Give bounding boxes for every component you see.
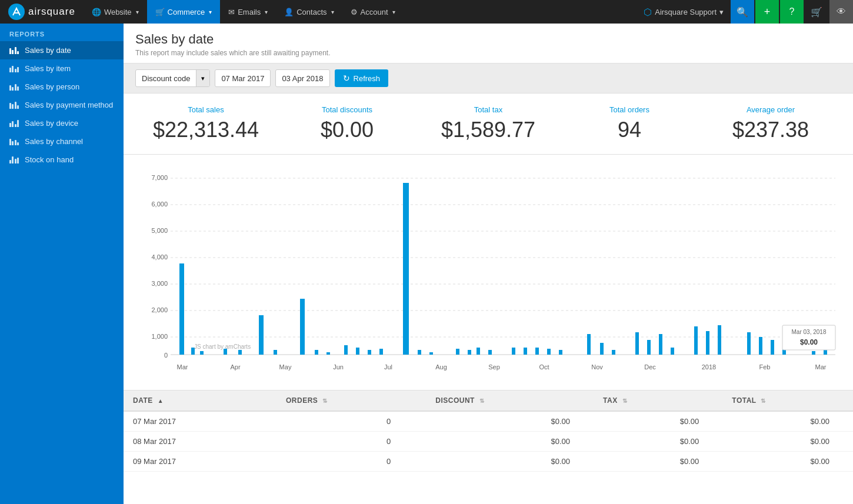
date-from-input[interactable]: 07 Mar 2017 (215, 69, 271, 87)
app-name: airsquare (28, 6, 75, 18)
bar-chart-icon (9, 47, 19, 54)
chevron-down-icon: ▾ (331, 9, 334, 15)
svg-rect-34 (456, 349, 459, 355)
nav-item-contacts[interactable]: 👤 Contacts ▾ (276, 0, 342, 24)
discount-code-select[interactable]: Discount code ▾ (135, 69, 210, 87)
svg-text:1,000: 1,000 (151, 333, 168, 340)
col-orders[interactable]: ORDERS ⇅ (276, 390, 426, 411)
svg-rect-43 (587, 334, 591, 355)
table-row: 09 Mar 2017 0 $0.00 $0.00 $0.00 (124, 452, 853, 472)
sidebar-item-sales-by-date[interactable]: Sales by date (0, 41, 124, 59)
svg-rect-29 (368, 350, 371, 355)
stat-total-tax: Total tax $1,589.77 (418, 105, 559, 142)
help-button[interactable]: ? (780, 0, 804, 24)
svg-rect-23 (274, 350, 277, 355)
svg-text:Sep: Sep (488, 363, 500, 371)
svg-text:JS chart by amCharts: JS chart by amCharts (194, 343, 251, 350)
chart-area: 0 1,000 2,000 3,000 4,000 5,000 6,000 7,… (124, 155, 853, 390)
page-subtitle: This report may include sales which are … (135, 49, 841, 57)
svg-rect-22 (259, 315, 264, 355)
app-logo[interactable]: airsquare (0, 4, 84, 20)
svg-rect-30 (379, 349, 383, 355)
page-header: Sales by date This report may include sa… (124, 24, 853, 64)
svg-rect-54 (759, 337, 762, 355)
svg-point-0 (8, 4, 25, 20)
sidebar: REPORTS Sales by date Sales by item Sale… (0, 24, 124, 504)
stat-total-sales: Total sales $22,313.44 (135, 105, 276, 142)
svg-text:Dec: Dec (644, 363, 656, 371)
search-button[interactable]: 🔍 (731, 0, 754, 24)
svg-rect-49 (671, 348, 674, 355)
svg-rect-41 (547, 349, 551, 355)
support-link[interactable]: ⬡ Airsquare Support ▾ (638, 0, 729, 24)
svg-rect-47 (647, 340, 651, 355)
sort-icon: ⇅ (622, 398, 628, 404)
svg-rect-57 (812, 351, 815, 355)
chart-container[interactable]: 0 1,000 2,000 3,000 4,000 5,000 6,000 7,… (135, 166, 841, 384)
svg-rect-35 (468, 350, 471, 355)
cart-button[interactable]: 🛒 (805, 0, 828, 24)
svg-rect-32 (418, 350, 421, 355)
svg-text:Oct: Oct (539, 363, 549, 371)
table-row: 07 Mar 2017 0 $0.00 $0.00 $0.00 (124, 411, 853, 432)
refresh-button[interactable]: ↻ Refresh (335, 69, 389, 87)
sidebar-item-sales-by-payment[interactable]: Sales by payment method (0, 96, 124, 114)
app-body: REPORTS Sales by date Sales by item Sale… (0, 24, 853, 504)
svg-text:Mar: Mar (815, 363, 827, 371)
dropdown-arrow-icon[interactable]: ▾ (196, 70, 209, 86)
stat-average-order: Average order $237.38 (700, 105, 841, 142)
svg-text:$0.00: $0.00 (800, 338, 818, 346)
sort-icon: ⇅ (479, 398, 485, 404)
add-button[interactable]: + (755, 0, 779, 24)
col-date[interactable]: DATE ▲ (124, 390, 276, 411)
sort-icon: ⇅ (322, 398, 328, 404)
svg-rect-45 (612, 350, 615, 355)
svg-rect-36 (477, 348, 480, 355)
sidebar-item-sales-by-item[interactable]: Sales by item (0, 59, 124, 78)
website-icon: 🌐 (92, 8, 101, 16)
support-icon: ⬡ (644, 6, 652, 18)
svg-text:Apr: Apr (230, 363, 240, 371)
svg-text:Jun: Jun (333, 363, 344, 371)
nav-items: 🌐 Website ▾ 🛒 Commerce ▾ ✉ Emails ▾ 👤 Co… (84, 0, 638, 24)
svg-rect-51 (706, 331, 709, 355)
sidebar-item-sales-by-person[interactable]: Sales by person (0, 78, 124, 96)
svg-rect-19 (200, 351, 204, 355)
nav-item-emails[interactable]: ✉ Emails ▾ (220, 0, 276, 24)
svg-rect-24 (300, 299, 305, 355)
contacts-icon: 👤 (284, 8, 294, 16)
chevron-down-icon: ▾ (209, 9, 212, 15)
sort-asc-icon: ▲ (158, 398, 164, 404)
date-to-input[interactable]: 03 Apr 2018 (275, 69, 329, 87)
nav-item-website[interactable]: 🌐 Website ▾ (84, 0, 147, 24)
col-total[interactable]: TOTAL ⇅ (722, 390, 853, 411)
sidebar-item-stock-on-hand[interactable]: Stock on hand (0, 151, 124, 169)
top-nav: airsquare 🌐 Website ▾ 🛒 Commerce ▾ ✉ Ema… (0, 0, 853, 24)
svg-rect-25 (315, 350, 318, 355)
svg-rect-52 (718, 325, 721, 355)
stats-row: Total sales $22,313.44 Total discounts $… (124, 94, 853, 155)
bar-chart-icon (9, 65, 19, 72)
bar-chart-icon (9, 156, 19, 163)
col-tax[interactable]: TAX ⇅ (594, 390, 722, 411)
svg-rect-33 (429, 352, 433, 355)
nav-item-account[interactable]: ⚙ Account ▾ (342, 0, 404, 24)
sidebar-item-sales-by-channel[interactable]: Sales by channel (0, 132, 124, 151)
chevron-down-icon: ▾ (136, 9, 139, 15)
sidebar-item-sales-by-device[interactable]: Sales by device (0, 114, 124, 132)
svg-text:3,000: 3,000 (151, 280, 168, 287)
nav-item-commerce[interactable]: 🛒 Commerce ▾ (147, 0, 221, 24)
stat-total-orders: Total orders 94 (559, 105, 700, 142)
svg-rect-48 (659, 334, 662, 355)
eye-button[interactable]: 👁 (829, 0, 853, 24)
svg-text:Aug: Aug (435, 363, 447, 371)
emails-icon: ✉ (228, 8, 235, 16)
svg-rect-53 (747, 332, 751, 355)
page-title: Sales by date (135, 32, 841, 47)
svg-text:Jul: Jul (384, 363, 392, 371)
svg-rect-21 (238, 350, 242, 355)
svg-rect-26 (326, 352, 330, 355)
svg-rect-55 (771, 340, 774, 355)
svg-rect-46 (635, 332, 639, 355)
col-discount[interactable]: DISCOUNT ⇅ (426, 390, 594, 411)
